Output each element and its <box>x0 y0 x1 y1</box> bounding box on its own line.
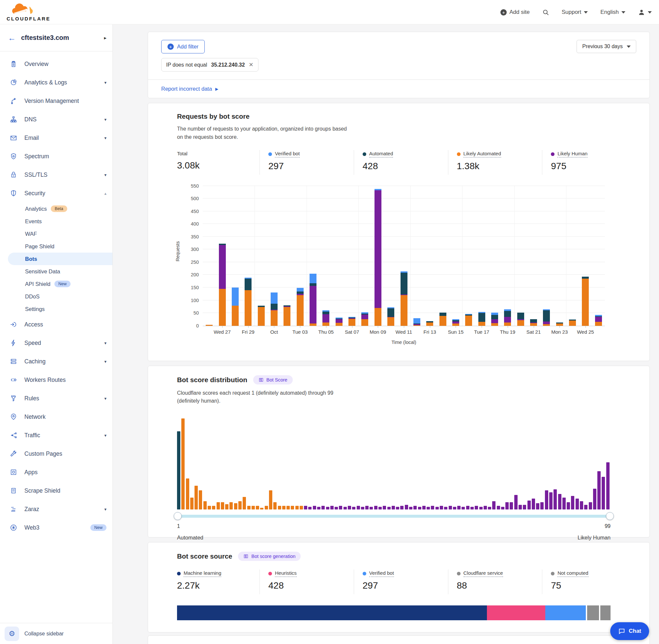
histogram-bar[interactable] <box>501 507 504 509</box>
histogram-bar[interactable] <box>365 506 369 509</box>
histogram-bar[interactable] <box>449 506 452 509</box>
histogram-bar[interactable] <box>519 505 522 509</box>
bot-score-generation-badge[interactable]: Bot score generation <box>238 552 301 561</box>
sidebar-item-security[interactable]: Security▴ <box>0 184 112 203</box>
account-menu[interactable] <box>638 8 652 16</box>
sidebar-item-spectrum[interactable]: Spectrum <box>0 147 112 165</box>
histogram-bar[interactable] <box>278 506 281 509</box>
histogram-bar[interactable] <box>409 507 413 509</box>
add-site-button[interactable]: + Add site <box>500 9 529 16</box>
stacked-bar[interactable] <box>543 309 550 325</box>
histogram-bar[interactable] <box>286 506 290 509</box>
histogram-bar[interactable] <box>186 479 189 509</box>
histogram-bar[interactable] <box>431 506 434 509</box>
stacked-bar[interactable] <box>582 277 589 326</box>
chevron-right-icon[interactable]: ▸ <box>104 35 107 41</box>
histogram-bar[interactable] <box>475 506 478 509</box>
stacked-bar[interactable] <box>387 307 394 325</box>
stacked-bar[interactable] <box>297 288 304 326</box>
stacked-bar[interactable] <box>270 293 278 326</box>
histogram-bar[interactable] <box>339 506 342 509</box>
histogram-bar[interactable] <box>238 501 242 509</box>
sidebar-item-custom-pages[interactable]: Custom Pages <box>0 444 112 463</box>
histogram-bar[interactable] <box>317 507 321 509</box>
back-arrow-icon[interactable]: ← <box>8 33 21 43</box>
histogram-bar[interactable] <box>436 507 439 509</box>
histogram-bar[interactable] <box>243 497 246 510</box>
sidebar-item-network[interactable]: Network <box>0 408 112 426</box>
sidebar-item-traffic[interactable]: Traffic▾ <box>0 426 112 444</box>
stacked-bar[interactable] <box>232 288 239 326</box>
histogram-bar[interactable] <box>265 506 268 509</box>
histogram-bar[interactable] <box>444 507 447 509</box>
report-incorrect-data-link[interactable]: Report incorrect data <box>161 86 212 92</box>
histogram-bar[interactable] <box>252 506 255 509</box>
histogram-bar[interactable] <box>514 495 518 509</box>
histogram-bar[interactable] <box>300 506 303 509</box>
histogram-bar[interactable] <box>597 471 601 509</box>
stacked-bar[interactable] <box>440 313 446 326</box>
stacked-bar[interactable] <box>244 278 252 326</box>
stacked-bar[interactable] <box>426 321 433 326</box>
stacked-bar[interactable] <box>219 244 226 325</box>
bot-score-badge[interactable]: Bot Score <box>253 375 293 385</box>
histogram-bar[interactable] <box>322 506 325 509</box>
histogram-bar[interactable] <box>593 489 596 509</box>
time-range-dropdown[interactable]: Previous 30 days <box>576 40 636 53</box>
histogram-bar[interactable] <box>562 498 566 509</box>
histogram-bar[interactable] <box>549 492 552 509</box>
histogram-bar[interactable] <box>396 507 399 509</box>
sidebar-item-page-shield[interactable]: Page Shield <box>0 240 112 253</box>
stacked-bar[interactable] <box>375 189 381 326</box>
histogram-bar[interactable] <box>256 506 259 509</box>
add-filter-button[interactable]: + Add filter <box>161 40 205 53</box>
histogram-bar[interactable] <box>260 508 263 510</box>
histogram-bar[interactable] <box>282 506 285 509</box>
histogram-bar[interactable] <box>606 462 610 510</box>
sidebar-item-email[interactable]: Email▾ <box>0 129 112 147</box>
support-menu[interactable]: Support <box>562 9 588 16</box>
histogram-bar[interactable] <box>571 496 574 509</box>
histogram-bar[interactable] <box>479 507 483 509</box>
chat-button[interactable]: Chat <box>610 622 649 640</box>
histogram-bar[interactable] <box>370 507 373 509</box>
histogram-bar[interactable] <box>523 505 526 509</box>
language-menu[interactable]: English <box>600 9 626 16</box>
histogram-bar[interactable] <box>427 507 430 509</box>
stacked-bar[interactable] <box>401 271 407 325</box>
histogram-bar[interactable] <box>208 506 211 509</box>
sidebar-item-sensitive-data[interactable]: Sensitive Data <box>0 265 112 278</box>
histogram-bar[interactable] <box>247 506 251 509</box>
stacked-bar[interactable] <box>206 325 213 326</box>
stacked-bar[interactable] <box>361 312 368 326</box>
histogram-bar[interactable] <box>418 507 421 509</box>
sidebar-item-dns[interactable]: DNS▾ <box>0 110 112 129</box>
histogram-bar[interactable] <box>217 502 220 509</box>
histogram-bar[interactable] <box>296 506 299 509</box>
sidebar-item-bots[interactable]: Bots <box>8 253 112 265</box>
histogram-bar[interactable] <box>326 507 329 509</box>
sidebar-item-scrape-shield[interactable]: Scrape Shield <box>0 481 112 500</box>
sidebar-item-version-management[interactable]: Version Management <box>0 92 112 110</box>
sidebar-item-zaraz[interactable]: Zaraz▾ <box>0 500 112 519</box>
histogram-bar[interactable] <box>313 506 316 509</box>
histogram-bar[interactable] <box>440 506 443 509</box>
stacked-bar[interactable] <box>569 320 576 325</box>
stacked-bar[interactable] <box>556 322 563 326</box>
source-segment-cloudflare-service[interactable] <box>587 605 599 620</box>
sidebar-item-events[interactable]: Events <box>0 215 112 228</box>
close-icon[interactable]: ✕ <box>249 61 254 68</box>
sidebar-item-overview[interactable]: Overview <box>0 55 112 73</box>
histogram-bar[interactable] <box>536 503 539 509</box>
histogram-bar[interactable] <box>291 506 294 509</box>
histogram-bar[interactable] <box>545 490 548 509</box>
sidebar-item-caching[interactable]: Caching▾ <box>0 352 112 371</box>
histogram-bar[interactable] <box>199 490 202 509</box>
histogram-bar[interactable] <box>554 489 557 509</box>
source-segment-not-computed[interactable] <box>600 605 611 620</box>
histogram-bar[interactable] <box>177 431 180 509</box>
histogram-bar[interactable] <box>330 506 334 509</box>
slider-handle-left[interactable] <box>174 512 182 520</box>
histogram-bar[interactable] <box>378 507 382 509</box>
histogram-bar[interactable] <box>484 506 487 509</box>
